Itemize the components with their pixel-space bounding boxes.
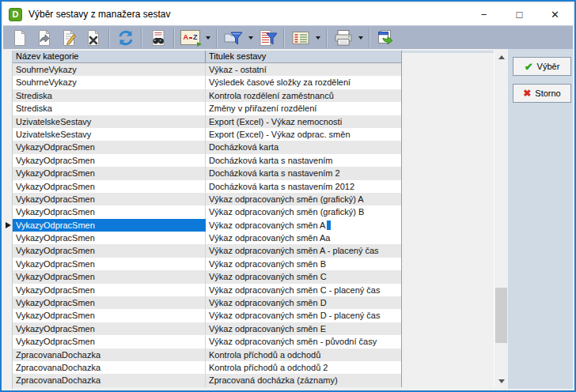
cell-category[interactable]: VykazyOdpracSmen: [13, 309, 206, 322]
cell-category[interactable]: VykazyOdpracSmen: [13, 232, 206, 244]
cell-category[interactable]: ZpracovanaDochazka: [13, 361, 206, 374]
table-row[interactable]: VykazyOdpracSmenVýkaz odpracovaných směn…: [13, 296, 401, 309]
cell-report-title[interactable]: Kontrola příchodů a odchodů 2: [206, 361, 401, 374]
cell-category[interactable]: VykazyOdpracSmen: [13, 258, 206, 270]
minimize-button[interactable]: −: [466, 3, 502, 25]
print-button[interactable]: [331, 27, 355, 48]
cell-report-title[interactable]: Kontrola rozdělení zaměstnanců: [206, 89, 401, 102]
filter-settings-button[interactable]: [256, 27, 280, 48]
cell-category[interactable]: VykazyOdpracSmen: [13, 244, 206, 257]
table-row[interactable]: VykazyOdpracSmenDocházková karta s nasta…: [13, 154, 401, 167]
cell-report-title[interactable]: Kontrola příchodů a odchodů: [206, 349, 401, 361]
table-row[interactable]: VykazyOdpracSmenVýkaz odpracovaných směn…: [13, 270, 401, 283]
cell-report-title[interactable]: Výkaz - ostatní: [206, 63, 401, 76]
cell-report-title[interactable]: Docházková karta s nastavením: [206, 154, 401, 167]
cell-report-title[interactable]: Výkaz odpracovaných směn E: [206, 322, 401, 335]
cell-report-title[interactable]: Výkaz odpracovaných směn (grafický) A: [206, 193, 401, 205]
cell-report-title[interactable]: Docházková karta s nastavením 2012: [206, 180, 401, 193]
table-row[interactable]: VykazyOdpracSmenVýkaz odpracovaných směn…: [13, 309, 401, 322]
column-header-title[interactable]: Titulek sestavy: [206, 51, 401, 62]
table-row[interactable]: VykazyOdpracSmenDocházková karta: [13, 141, 401, 153]
table-row[interactable]: VykazyOdpracSmenDocházková karta s nasta…: [13, 167, 401, 179]
cell-category[interactable]: VykazyOdpracSmen: [13, 180, 206, 193]
cell-report-title[interactable]: Výkaz odpracovaných směn Aa: [206, 232, 401, 244]
cell-report-title[interactable]: Docházková karta s nastavením 2: [206, 167, 401, 179]
cell-category[interactable]: VykazyOdpracSmen: [13, 219, 206, 232]
cell-category[interactable]: SouhrneVykazy: [13, 76, 206, 89]
cell-report-title[interactable]: Výkaz odpracovaných směn D: [206, 296, 401, 309]
new-report-button[interactable]: [7, 27, 32, 48]
column-header-category[interactable]: Název kategorie: [13, 51, 206, 62]
table-row[interactable]: VykazyOdpracSmenVýkaz odpracovaných směn…: [13, 205, 401, 218]
table-row[interactable]: SouhrneVykazyVýsledek časové složky za r…: [13, 76, 401, 89]
cell-report-title[interactable]: Výkaz odpracovaných směn D - placený čas: [206, 309, 401, 322]
cell-category[interactable]: VykazyOdpracSmen: [13, 270, 206, 283]
cell-report-title[interactable]: Změny v přiřazení rozdělení: [206, 102, 401, 115]
columns-button[interactable]: [288, 27, 313, 48]
cell-category[interactable]: VykazyOdpracSmen: [13, 335, 206, 348]
cell-category[interactable]: VykazyOdpracSmen: [13, 193, 206, 205]
table-row[interactable]: SouhrneVykazyVýkaz - ostatní: [13, 63, 401, 76]
cell-report-title[interactable]: Výkaz odpracovaných směn C: [206, 270, 401, 283]
cell-category[interactable]: ZpracovanaDochazka: [13, 349, 206, 361]
cell-category[interactable]: VykazyOdpracSmen: [13, 296, 206, 309]
cell-report-title[interactable]: Výkaz odpracovaných směn A - placený čas: [206, 244, 401, 257]
cell-report-title[interactable]: Výkaz odpracovaných směn (grafický) B: [206, 205, 401, 218]
select-button[interactable]: ✔ Výběr: [513, 57, 571, 76]
cell-category[interactable]: VykazyOdpracSmen: [13, 322, 206, 335]
columns-dropdown-button[interactable]: [313, 27, 323, 48]
cell-category[interactable]: VykazyOdpracSmen: [13, 141, 206, 153]
cell-category[interactable]: ZpracovanaDochazka: [13, 374, 206, 386]
sort-button[interactable]: AZ: [178, 27, 203, 48]
cell-category[interactable]: UzivatelskeSestavy: [13, 128, 206, 141]
delete-report-button[interactable]: [81, 27, 105, 48]
cell-category[interactable]: VykazyOdpracSmen: [13, 154, 206, 167]
maximize-button[interactable]: □: [502, 3, 537, 25]
table-row[interactable]: VykazyOdpracSmenVýkaz odpracovaných směn…: [13, 258, 401, 270]
vertical-scrollbar[interactable]: [494, 51, 508, 387]
cell-report-title[interactable]: Výkaz odpracovaných směn A: [206, 219, 401, 232]
cell-report-title[interactable]: Výkaz odpracovaných směn B: [206, 258, 401, 270]
scroll-down-button[interactable]: [495, 375, 508, 387]
cell-category[interactable]: VykazyOdpracSmen: [13, 205, 206, 218]
cell-category[interactable]: VykazyOdpracSmen: [13, 167, 206, 179]
table-row[interactable]: VykazyOdpracSmenVýkaz odpracovaných směn…: [13, 244, 401, 257]
cell-report-title[interactable]: Export (Excel) - Výkaz nemocnosti: [206, 115, 401, 128]
table-row[interactable]: ZpracovanaDochazkaKontrola příchodů a od…: [13, 349, 401, 361]
cell-report-title[interactable]: Výsledek časové složky za rozdělení: [206, 76, 401, 89]
table-row[interactable]: VykazyOdpracSmenVýkaz odpracovaných směn…: [13, 335, 401, 348]
cell-category[interactable]: Strediska: [13, 102, 206, 115]
table-row[interactable]: StrediskaZměny v přiřazení rozdělení: [13, 102, 401, 115]
cell-report-title[interactable]: Zpracovaná docházka (záznamy): [206, 374, 401, 386]
cell-report-title[interactable]: Výkaz odpracovaných směn - původní časy: [206, 335, 401, 348]
find-button[interactable]: [146, 27, 170, 48]
close-button[interactable]: ✕: [537, 3, 573, 25]
export-button[interactable]: [373, 27, 398, 48]
table-row[interactable]: VykazyOdpracSmenVýkaz odpracovaných směn…: [13, 284, 401, 296]
table-row[interactable]: ZpracovanaDochazkaZpracovaná docházka (z…: [13, 374, 401, 386]
cell-category[interactable]: Strediska: [13, 89, 206, 102]
table-row[interactable]: VykazyOdpracSmenDocházková karta s nasta…: [13, 180, 401, 193]
cell-category[interactable]: SouhrneVykazy: [13, 63, 206, 76]
cell-report-title[interactable]: Výkaz odpracovaných směn C - placený čas: [206, 284, 401, 296]
table-row[interactable]: StrediskaKontrola rozdělení zaměstnanců: [13, 89, 401, 102]
print-dropdown-button[interactable]: [355, 27, 366, 48]
cell-report-title[interactable]: Docházková karta: [206, 141, 401, 153]
table-row[interactable]: VykazyOdpracSmenVýkaz odpracovaných směn…: [13, 322, 401, 335]
table-row[interactable]: VykazyOdpracSmenVýkaz odpracovaných směn…: [13, 219, 401, 232]
table-row[interactable]: UzivatelskeSestavyExport (Excel) - Výkaz…: [13, 115, 401, 128]
refresh-button[interactable]: [113, 27, 138, 48]
cell-category[interactable]: VykazyOdpracSmen: [13, 284, 206, 296]
cell-report-title[interactable]: Export (Excel) - Výkaz odprac. směn: [206, 128, 401, 141]
table-row[interactable]: ZpracovanaDochazkaKontrola příchodů a od…: [13, 361, 401, 374]
cell-category[interactable]: UzivatelskeSestavy: [13, 115, 206, 128]
filter-button[interactable]: [221, 27, 245, 48]
open-report-button[interactable]: [32, 27, 56, 48]
table-row[interactable]: VykazyOdpracSmenVýkaz odpracovaných směn…: [13, 232, 401, 244]
edit-report-button[interactable]: [56, 27, 81, 48]
scrollbar-thumb[interactable]: [495, 288, 507, 343]
cancel-button[interactable]: ✖ Storno: [513, 84, 571, 103]
sort-dropdown-button[interactable]: [203, 27, 213, 48]
filter-dropdown-button[interactable]: [245, 27, 256, 48]
table-row[interactable]: VykazyOdpracSmenVýkaz odpracovaných směn…: [13, 193, 401, 205]
